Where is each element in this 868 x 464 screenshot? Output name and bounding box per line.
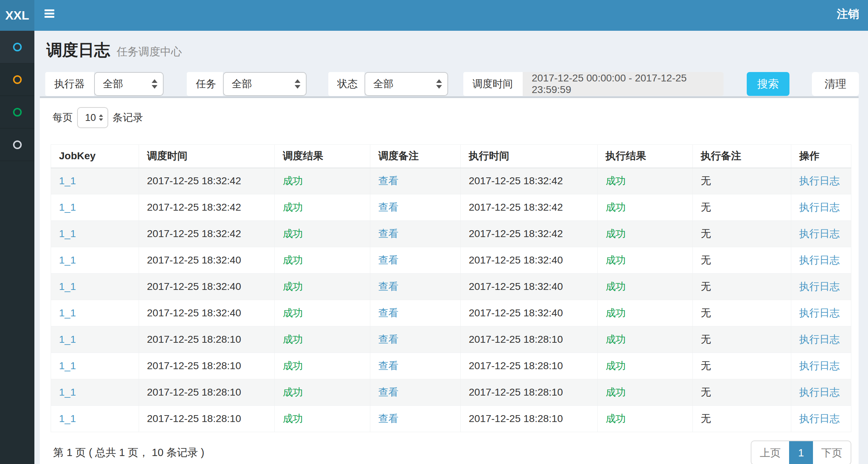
trigger-msg-link[interactable]: 查看 xyxy=(378,334,399,345)
handle-msg-cell: 无 xyxy=(693,274,791,300)
trigger-result-cell: 成功 xyxy=(275,168,370,194)
jobkey-link[interactable]: 1_1 xyxy=(59,175,76,186)
action-link-cell: 执行日志 xyxy=(791,194,851,221)
handle-result-cell: 成功 xyxy=(598,221,693,247)
trigger-result-cell: 成功 xyxy=(275,406,370,432)
jobkey-link[interactable]: 1_1 xyxy=(59,360,76,371)
status-select[interactable]: 全部 xyxy=(365,72,448,96)
trigger-msg-link[interactable]: 查看 xyxy=(378,281,399,292)
handle-result-cell: 成功 xyxy=(598,168,693,194)
hamburger-icon xyxy=(45,16,54,18)
action-link-cell: 执行日志 xyxy=(791,221,851,247)
logout-link[interactable]: 注销 xyxy=(837,0,859,31)
trigger-msg-link[interactable]: 查看 xyxy=(378,387,399,398)
table-row: 1_12017-12-25 18:32:40成功查看2017-12-25 18:… xyxy=(51,247,851,274)
trigger-time-cell: 2017-12-25 18:32:40 xyxy=(139,300,275,326)
table-row: 1_12017-12-25 18:32:42成功查看2017-12-25 18:… xyxy=(51,194,851,221)
column-header-trigger-time: 调度时间 xyxy=(139,145,275,168)
circle-icon xyxy=(13,108,22,117)
jobkey-link[interactable]: 1_1 xyxy=(59,202,76,213)
pagination-summary: 第 1 页 ( 总共 1 页， 10 条记录 ) xyxy=(53,446,204,460)
handle-result-cell: 成功 xyxy=(598,379,693,406)
trigger-msg-link-cell: 查看 xyxy=(370,247,461,274)
jobkey-link[interactable]: 1_1 xyxy=(59,281,76,292)
jobkey-link-cell: 1_1 xyxy=(51,300,139,326)
sidebar-item-4[interactable] xyxy=(0,128,34,161)
current-page-button[interactable]: 1 xyxy=(789,441,813,464)
sidebar-item-1[interactable] xyxy=(0,31,34,63)
trigger-msg-link-cell: 查看 xyxy=(370,406,461,432)
jobkey-link[interactable]: 1_1 xyxy=(59,413,76,424)
action-link[interactable]: 执行日志 xyxy=(799,334,840,345)
trigger-time-cell: 2017-12-25 18:28:10 xyxy=(139,406,275,432)
handle-result-cell: 成功 xyxy=(598,326,693,353)
column-header-handle-result: 执行结果 xyxy=(598,145,693,168)
handle-msg-cell: 无 xyxy=(693,326,791,353)
action-link-cell: 执行日志 xyxy=(791,274,851,300)
action-link[interactable]: 执行日志 xyxy=(799,413,840,424)
page-size-select[interactable]: 10 xyxy=(77,107,108,128)
page-size-control: 每页 10 条记录 xyxy=(52,107,143,128)
jobkey-link-cell: 1_1 xyxy=(51,247,139,274)
clear-button[interactable]: 清理 xyxy=(812,72,859,96)
trigger-msg-link[interactable]: 查看 xyxy=(378,202,399,213)
table-row: 1_12017-12-25 18:28:10成功查看2017-12-25 18:… xyxy=(51,326,851,353)
trigger-msg-link[interactable]: 查看 xyxy=(378,228,399,239)
trigger-time-filter-group: 调度时间 2017-12-25 00:00:00 - 2017-12-25 23… xyxy=(463,72,724,96)
log-table-header: JobKey 调度时间 调度结果 调度备注 执行时间 执行结果 执行备注 操作 xyxy=(51,145,851,168)
select-stepper-icon xyxy=(295,79,300,89)
jobkey-link[interactable]: 1_1 xyxy=(59,254,76,266)
action-link[interactable]: 执行日志 xyxy=(799,254,840,266)
page-title: 调度日志 xyxy=(46,41,110,59)
column-header-action: 操作 xyxy=(791,145,851,168)
action-link[interactable]: 执行日志 xyxy=(799,360,840,371)
action-link[interactable]: 执行日志 xyxy=(799,228,840,239)
previous-page-button[interactable]: 上页 xyxy=(751,441,789,464)
action-link[interactable]: 执行日志 xyxy=(799,307,840,319)
action-link-cell: 执行日志 xyxy=(791,247,851,274)
handle-time-cell: 2017-12-25 18:32:42 xyxy=(461,168,598,194)
column-header-trigger-result: 调度结果 xyxy=(275,145,370,168)
action-link-cell: 执行日志 xyxy=(791,406,851,432)
trigger-time-label: 调度时间 xyxy=(463,72,523,96)
executor-select-value: 全部 xyxy=(103,77,123,91)
handle-time-cell: 2017-12-25 18:32:40 xyxy=(461,274,598,300)
handle-result-cell: 成功 xyxy=(598,194,693,221)
brand-logo[interactable]: XXL xyxy=(0,0,34,31)
action-link[interactable]: 执行日志 xyxy=(799,202,840,213)
handle-msg-cell: 无 xyxy=(693,247,791,274)
next-page-button[interactable]: 下页 xyxy=(813,441,851,464)
trigger-msg-link[interactable]: 查看 xyxy=(378,413,399,424)
executor-select[interactable]: 全部 xyxy=(94,72,164,96)
jobkey-link[interactable]: 1_1 xyxy=(59,307,76,319)
search-button[interactable]: 搜索 xyxy=(747,72,789,96)
select-stepper-icon xyxy=(99,114,103,121)
trigger-msg-link[interactable]: 查看 xyxy=(378,360,399,371)
action-link[interactable]: 执行日志 xyxy=(799,281,840,292)
jobkey-link-cell: 1_1 xyxy=(51,194,139,221)
handle-msg-cell: 无 xyxy=(693,194,791,221)
trigger-msg-link-cell: 查看 xyxy=(370,379,461,406)
jobkey-link[interactable]: 1_1 xyxy=(59,387,76,398)
job-filter-group: 任务 全部 xyxy=(187,72,307,96)
action-link[interactable]: 执行日志 xyxy=(799,175,840,186)
sidebar-toggle-button[interactable] xyxy=(45,9,54,19)
filter-toolbar: 执行器 全部 任务 全部 状态 全部 调度时间 2017-12-25 00:00… xyxy=(45,72,859,96)
trigger-result-cell: 成功 xyxy=(275,353,370,379)
trigger-result-cell: 成功 xyxy=(275,379,370,406)
jobkey-link[interactable]: 1_1 xyxy=(59,334,76,345)
trigger-msg-link[interactable]: 查看 xyxy=(378,254,399,266)
handle-msg-cell: 无 xyxy=(693,300,791,326)
table-row: 1_12017-12-25 18:32:40成功查看2017-12-25 18:… xyxy=(51,300,851,326)
action-link[interactable]: 执行日志 xyxy=(799,387,840,398)
jobkey-link-cell: 1_1 xyxy=(51,221,139,247)
trigger-result-cell: 成功 xyxy=(275,300,370,326)
sidebar-item-2[interactable] xyxy=(0,63,34,96)
sidebar-item-3[interactable] xyxy=(0,96,34,128)
trigger-msg-link[interactable]: 查看 xyxy=(378,307,399,319)
trigger-msg-link[interactable]: 查看 xyxy=(378,175,399,186)
job-select[interactable]: 全部 xyxy=(223,72,307,96)
jobkey-link[interactable]: 1_1 xyxy=(59,228,76,239)
trigger-time-range-input[interactable]: 2017-12-25 00:00:00 - 2017-12-25 23:59:5… xyxy=(523,72,724,96)
table-row: 1_12017-12-25 18:28:10成功查看2017-12-25 18:… xyxy=(51,406,851,432)
